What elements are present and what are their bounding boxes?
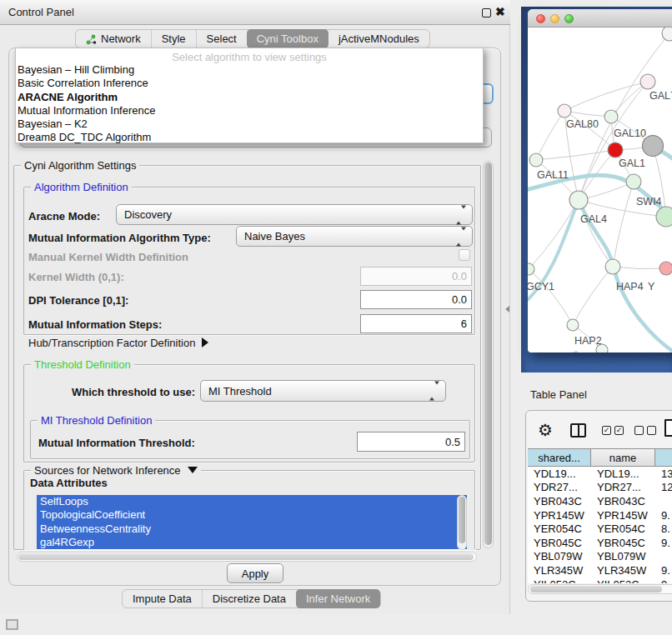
table-row[interactable]: YPR145WYPR145W9. bbox=[528, 508, 672, 522]
collapsed-arrow-icon bbox=[202, 338, 208, 348]
network-edge[interactable] bbox=[613, 267, 666, 269]
tab-style[interactable]: Style bbox=[151, 30, 196, 48]
network-node-hap2[interactable] bbox=[567, 319, 579, 331]
tab-impute-data[interactable]: Impute Data bbox=[123, 590, 202, 608]
aracne-mode-value: Discovery bbox=[124, 208, 172, 221]
table-cell: 9. bbox=[655, 509, 672, 522]
table-row[interactable]: YER054CYER054C8. bbox=[528, 522, 672, 536]
control-panel-titlebar: Control Panel ✖ bbox=[0, 0, 510, 25]
table-cell: YBL079W bbox=[528, 550, 591, 562]
network-node-gal10[interactable] bbox=[604, 110, 618, 123]
network-edge[interactable] bbox=[564, 82, 648, 111]
table-header: shared... name bbox=[528, 448, 672, 467]
algorithm-placeholder: Select algorithm to view settings bbox=[16, 48, 483, 63]
network-node-gal7[interactable] bbox=[640, 74, 655, 89]
network-node[interactable] bbox=[662, 28, 672, 41]
mi-threshold-field[interactable]: 0.5 bbox=[357, 432, 465, 452]
algorithm-option[interactable]: Bayesian – K2 bbox=[16, 118, 483, 131]
table-horizontal-scrollbar[interactable] bbox=[528, 584, 672, 594]
minimize-traffic-light-icon[interactable] bbox=[550, 14, 559, 23]
network-window[interactable]: GAL7GAL80GAL10GAL11GAL1SWI4GAL4GCY1HAP4Y… bbox=[528, 9, 672, 352]
algorithm-option[interactable]: Basic Correlation Inference bbox=[16, 77, 483, 90]
select-all-checkbox-icon[interactable]: ✓ bbox=[614, 426, 624, 435]
network-node-y[interactable] bbox=[659, 262, 672, 275]
network-view-panel: GAL7GAL80GAL10GAL11GAL1SWI4GAL4GCY1HAP4Y… bbox=[521, 7, 672, 372]
zoom-traffic-light-icon[interactable] bbox=[564, 14, 574, 23]
which-threshold-combo[interactable]: MI Threshold bbox=[200, 380, 446, 402]
network-edge[interactable] bbox=[529, 269, 573, 325]
network-node-swi4[interactable] bbox=[656, 207, 672, 227]
table-row[interactable]: YIL052CYIL052C9. bbox=[528, 578, 672, 583]
tab-jactivemnodules[interactable]: jActiveMNodules bbox=[328, 30, 429, 48]
node-label: GAL10 bbox=[614, 128, 646, 139]
table-body: YDL19...YDL19...13YDR27...YDR27...12YBR0… bbox=[528, 467, 672, 583]
node-label: SWI4 bbox=[636, 196, 662, 208]
tab-cyni-toolbox[interactable]: Cyni Toolbox bbox=[247, 29, 328, 48]
table-settings-gear-icon[interactable]: ⚙ bbox=[538, 420, 553, 440]
tab-infer-network[interactable]: Infer Network bbox=[296, 589, 380, 608]
tab-select[interactable]: Select bbox=[196, 30, 247, 48]
algorithm-option[interactable]: ARACNE Algorithm bbox=[16, 91, 483, 104]
tab-label: Cyni Toolbox bbox=[257, 32, 318, 45]
network-edge[interactable] bbox=[573, 267, 613, 325]
aracne-mode-combo[interactable]: Discovery bbox=[116, 204, 473, 225]
sources-title[interactable]: Sources for Network Inference bbox=[31, 464, 201, 477]
network-node[interactable] bbox=[608, 142, 623, 158]
network-edge[interactable] bbox=[536, 150, 615, 160]
network-edge[interactable] bbox=[536, 111, 564, 160]
bottom-left-grip-icon[interactable] bbox=[6, 619, 18, 630]
cyni-bottom-tabs: Impute Data Discretize Data Infer Networ… bbox=[122, 589, 381, 608]
network-edge[interactable] bbox=[613, 182, 634, 267]
column-header-shared-name[interactable]: shared... bbox=[528, 448, 591, 467]
manual-kernel-checkbox[interactable] bbox=[459, 249, 470, 261]
settings-vertical-scrollbar-thumb[interactable] bbox=[484, 162, 492, 545]
settings-horizontal-scrollbar[interactable] bbox=[17, 552, 477, 562]
deselect-all-checkbox-icon[interactable] bbox=[647, 426, 656, 435]
float-window-icon[interactable] bbox=[482, 8, 491, 18]
data-attribute-item[interactable]: gal4RGexp bbox=[37, 536, 467, 549]
algorithm-option[interactable]: Mutual Information Inference bbox=[16, 104, 483, 118]
column-header-partial[interactable] bbox=[655, 448, 672, 467]
network-window-titlebar[interactable] bbox=[528, 9, 672, 28]
table-horizontal-scrollbar-thumb[interactable] bbox=[530, 586, 662, 592]
close-icon[interactable]: ✖ bbox=[495, 5, 505, 18]
settings-horizontal-scrollbar-thumb[interactable] bbox=[18, 553, 474, 560]
network-canvas[interactable]: GAL7GAL80GAL10GAL11GAL1SWI4GAL4GCY1HAP4Y… bbox=[528, 28, 672, 352]
data-attribute-item[interactable]: SelfLoops bbox=[37, 495, 467, 508]
column-layout-icon[interactable] bbox=[570, 423, 586, 438]
tab-network[interactable]: Network bbox=[76, 30, 151, 48]
panel-divider-arrow[interactable] bbox=[505, 306, 509, 312]
table-row[interactable]: YDR27...YDR27...12 bbox=[528, 481, 672, 495]
settings-vertical-scrollbar[interactable] bbox=[483, 161, 494, 548]
apply-button[interactable]: Apply bbox=[227, 563, 283, 583]
table-row[interactable]: YLR345WYLR345W9. bbox=[528, 563, 672, 578]
table-row[interactable]: YBR045CYBR045C9. bbox=[528, 536, 672, 550]
table-row[interactable]: YBR043CYBR043C bbox=[528, 494, 672, 508]
kernel-width-field[interactable]: 0.0 bbox=[360, 267, 472, 286]
hub-definition-expander[interactable]: Hub/Transcription Factor Definition bbox=[28, 337, 208, 349]
deselect-all-checkbox-icon[interactable] bbox=[634, 426, 644, 435]
data-attribute-item[interactable]: BetweennessCentrality bbox=[37, 522, 467, 536]
algorithm-option[interactable]: Bayesian – Hill Climbing bbox=[16, 63, 483, 77]
network-node-gal80[interactable] bbox=[558, 104, 571, 118]
node-label: GAL80 bbox=[566, 118, 599, 130]
data-attribute-item[interactable]: TopologicalCoefficient bbox=[37, 508, 467, 522]
close-traffic-light-icon[interactable] bbox=[536, 14, 545, 23]
attributes-scrollbar[interactable] bbox=[457, 495, 467, 550]
export-table-icon[interactable] bbox=[664, 419, 672, 437]
mi-steps-field[interactable]: 6 bbox=[360, 314, 472, 333]
table-row[interactable]: YBL079WYBL079W bbox=[528, 550, 672, 564]
attributes-scrollbar-thumb[interactable] bbox=[459, 497, 465, 543]
select-all-checkbox-icon[interactable]: ✓ bbox=[602, 426, 611, 435]
dpi-tolerance-field[interactable]: 0.0 bbox=[360, 290, 472, 309]
network-node-hap4[interactable] bbox=[605, 259, 620, 274]
control-panel-tabs: Network Style Select Cyni Toolbox jActiv… bbox=[75, 29, 430, 48]
table-row[interactable]: YDL19...YDL19...13 bbox=[528, 467, 672, 481]
tab-discretize-data[interactable]: Discretize Data bbox=[202, 590, 296, 608]
mi-type-combo[interactable]: Naive Bayes bbox=[236, 226, 473, 247]
algorithm-option[interactable]: Dream8 DC_TDC Algorithm bbox=[16, 131, 483, 144]
column-header-name[interactable]: name bbox=[591, 448, 655, 467]
network-node-gal4[interactable] bbox=[569, 191, 588, 209]
network-node-gal11[interactable] bbox=[529, 153, 543, 167]
network-node-gal1[interactable] bbox=[626, 174, 641, 189]
